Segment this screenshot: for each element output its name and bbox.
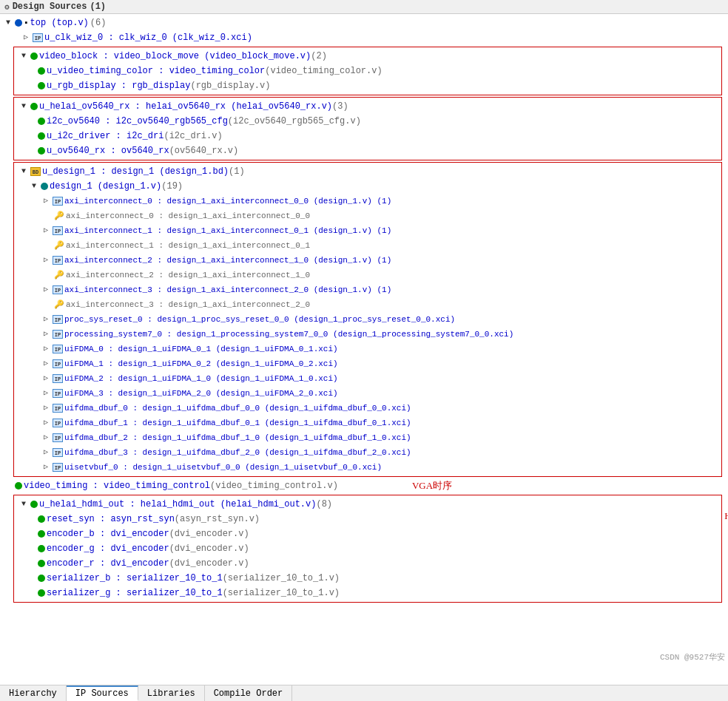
section-box-2: ▼ u_helai_ov5640_rx : helai_ov5640_rx (h… [13,97,722,160]
vb-label: video_block : video_block_move (video_bl… [39,50,311,63]
expand-design1[interactable]: ▼ [18,165,29,178]
expand-axi0[interactable]: ▷ [41,194,51,208]
i2ccfg-label: i2c_ov5640 : i2c_ov5640_rgb565_cfg [47,115,228,128]
expand-axi3[interactable]: ▷ [41,283,51,297]
i2cdri-label: u_i2c_driver : i2c_dri [47,129,164,143]
axi0-expand: ▷ IP axi_interconnect_0 : design_1_axi_i… [14,194,721,209]
expand-fdma0[interactable]: ▷ [41,342,51,356]
root-count: (6) [90,16,107,30]
key-icon-0: 🔑 [54,211,64,220]
tree-area[interactable]: ▼ ▪ top (top.v) (6) ▷ IP u_clk_wiz_0 : c… [0,14,728,685]
hdmi-label: u_helai_hdmi_out : helai_hdmi_out (helai… [39,498,316,511]
expand-hdmi[interactable]: ▼ [18,498,29,511]
expand-videblock[interactable]: ▼ [18,50,29,63]
bottom-tabs: Hierarchy IP Sources Libraries Compile O… [0,685,728,701]
tab-ip-sources[interactable]: IP Sources [67,685,138,701]
dbuf0-label: uifdma_dbuf_0 : design_1_uifdma_dbuf_0_0… [64,402,411,415]
ip-axi3: IP [53,285,63,294]
tab-libraries[interactable]: Libraries [138,685,205,701]
encr-icon [38,560,45,567]
dbuf2-label: uifdma_dbuf_2 : design_1_uifdma_dbuf_1_0… [64,431,411,444]
root-label: top (top.v) [30,16,89,30]
watermark: CSDN @9527华安 [660,651,725,663]
tab-hierarchy[interactable]: Hierarchy [0,685,67,701]
annotation-vga: VGA时序 [412,479,452,492]
rgb-icon [38,82,45,89]
vb-count: (2) [311,50,327,63]
fdma1-line: ▷ IP uiFDMA_1 : design_1_uiFDMA_0_2 (des… [14,356,721,371]
expand-ov5640[interactable]: ▼ [18,100,29,113]
section-design1: ▼ BD u_design_1 : design_1 (design_1.bd)… [10,162,725,477]
rgb-line: u_rgb_display : rgb_display (rgb_display… [14,78,721,93]
fdma3-label: uiFDMA_3 : design_1_uiFDMA_2_0 (design_1… [64,387,338,400]
fdma3-line: ▷ IP uiFDMA_3 : design_1_uiFDMA_2_0 (des… [14,386,721,401]
encb-file: (dvi_encoder.v) [169,527,249,541]
section-box-1: ▼ video_block : video_block_move (video_… [13,47,722,95]
axi3-key: 🔑 axi_interconnect_3 : design_1_axi_inte… [14,297,721,312]
expand-fdma3[interactable]: ▷ [41,387,51,400]
setvbuf0-label: uisetvbuf_0 : design_1_uisetvbuf_0_0 (de… [64,461,382,474]
expand-clkwiz[interactable]: ▷ [21,31,31,44]
ip-dbuf1: IP [53,419,63,427]
i2ccfg-file: (i2c_ov5640_rgb565_cfg.v) [228,115,361,128]
procreset-label: proc_sys_reset_0 : design_1_proc_sys_res… [64,313,455,326]
expand-dbuf0[interactable]: ▷ [41,402,51,415]
encg-line: encoder_g : dvi_encoder (dvi_encoder.v) [14,541,721,556]
key-icon-1: 🔑 [54,241,64,250]
expand-axi2[interactable]: ▷ [41,254,51,267]
design1v-label: design_1 (design_1.v) [50,180,161,193]
expand-procreset[interactable]: ▷ [41,313,51,326]
serb-line: serializer_b : serializer_10_to_1 (seria… [14,571,721,586]
hdmi-count: (8) [316,498,332,511]
axi2-key: 🔑 axi_interconnect_2 : design_1_axi_inte… [14,268,721,282]
fdma1-label: uiFDMA_1 : design_1_uiFDMA_0_2 (design_1… [64,357,338,370]
axi3-key-label: axi_interconnect_3 : design_1_axi_interc… [66,298,310,311]
design1v-count: (19) [161,180,183,193]
expand-design1v[interactable]: ▼ [29,180,39,193]
ip-axi1: IP [53,226,63,235]
rgb-label: u_rgb_display : rgb_display [47,79,190,92]
ip-setvbuf0: IP [53,463,63,472]
ip-fdma1: IP [53,359,63,368]
axi0-key: 🔑 axi_interconnect_0 : design_1_axi_inte… [14,209,721,223]
rstsyn-file: (asyn_rst_syn.v) [175,512,260,526]
expand-dbuf1[interactable]: ▷ [41,416,51,430]
ip-axi2: IP [53,256,63,265]
encb-label: encoder_b : dvi_encoder [47,527,169,541]
section-ov5640: ▼ u_helai_ov5640_rx : helai_ov5640_rx (h… [10,97,725,160]
expand-fdma2[interactable]: ▷ [41,372,51,385]
tab-compile-order[interactable]: Compile Order [205,685,293,701]
vtc-label: u_video_timing_color : video_timing_colo… [47,64,265,78]
ov5640-header: ▼ u_helai_ov5640_rx : helai_ov5640_rx (h… [14,99,721,114]
i2cdri-file: (i2c_dri.v) [164,129,222,143]
rst-syn-line: reset_syn : asyn_rst_syn (asyn_rst_syn.v… [14,512,721,526]
expand-root[interactable]: ▼ [3,16,13,30]
section-box-5: ▼ u_helai_hdmi_out : helai_hdmi_out (hel… [13,495,722,603]
hdmi-icon [30,501,38,508]
encb-icon [38,530,45,538]
axi2-expand: ▷ IP axi_interconnect_2 : design_1_axi_i… [14,253,721,268]
ov5640-rx-line: u_ov5640_rx : ov5640_rx (ov5640_rx.v) [14,143,721,158]
proc-reset-line: ▷ IP proc_sys_reset_0 : design_1_proc_sy… [14,312,721,327]
encr-label: encoder_r : dvi_encoder [47,557,169,570]
fdma0-label: uiFDMA_0 : design_1_uiFDMA_0_1 (design_1… [64,342,338,356]
i2c-cfg-line: i2c_ov5640 : i2c_ov5640_rgb565_cfg (i2c_… [14,114,721,129]
design-icon: ⚙ [4,2,10,12]
axi1-key: 🔑 axi_interconnect_1 : design_1_axi_inte… [14,238,721,253]
expand-axi1[interactable]: ▷ [41,224,51,237]
expand-dbuf2[interactable]: ▷ [41,431,51,444]
vgatiming-label: video_timing : video_timing_control [24,479,210,492]
header-count: (1) [90,1,106,12]
expand-ps7[interactable]: ▷ [41,328,51,341]
ip-fdma2: IP [53,374,63,383]
design1-label: u_design_1 : design_1 (design_1.bd) [42,165,229,178]
axi1-label: axi_interconnect_1 : design_1_axi_interc… [64,224,391,237]
rstsyn-label: reset_syn : asyn_rst_syn [47,512,175,526]
fdma2-line: ▷ IP uiFDMA_2 : design_1_uiFDMA_1_0 (des… [14,371,721,386]
expand-dbuf3[interactable]: ▷ [41,446,51,459]
expand-fdma1[interactable]: ▷ [41,357,51,370]
fdma0-line: ▷ IP uiFDMA_0 : design_1_uiFDMA_0_1 (des… [14,342,721,356]
axi3-label: axi_interconnect_3 : design_1_axi_interc… [64,283,391,297]
section-box-3: ▼ BD u_design_1 : design_1 (design_1.bd)… [13,162,722,477]
expand-setvbuf0[interactable]: ▷ [41,461,51,474]
